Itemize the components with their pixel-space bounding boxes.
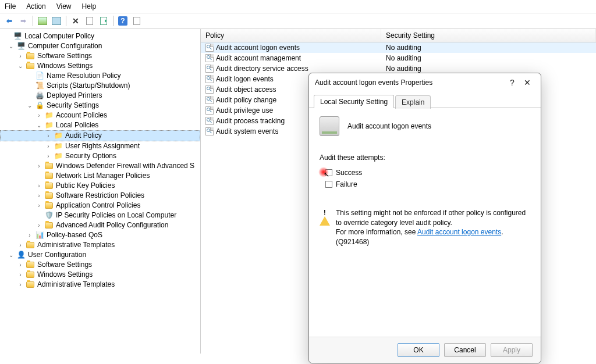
toolbar-separator [33, 16, 33, 26]
warning-text: This setting might not be enforced if ot… [336, 208, 530, 247]
tree-security-options[interactable]: ›📁Security Options [0, 151, 200, 161]
policy-icon [320, 116, 339, 136]
tree-panel: ▸🖥️Local Computer Policy ⌄🖥️Computer Con… [0, 29, 201, 354]
tab-local-security[interactable]: Local Security Setting [314, 95, 394, 108]
tree-audit-policy[interactable]: ›📁Audit Policy [0, 130, 200, 141]
tree-label: IP Security Policies on Local Computer [56, 210, 176, 220]
delete-icon[interactable]: ✕ [70, 15, 81, 27]
properties-icon[interactable] [84, 15, 95, 27]
up-icon[interactable] [37, 15, 48, 27]
menu-file[interactable]: File [5, 2, 16, 10]
tree-root[interactable]: ▸🖥️Local Computer Policy [0, 31, 200, 41]
warning-link[interactable]: Audit account logon events [417, 228, 501, 236]
tree-root-label: Local Computer Policy [24, 31, 94, 41]
back-icon[interactable]: ⬅ [3, 15, 15, 27]
policy-icon [205, 106, 214, 115]
tree-u-sw[interactable]: ›Software Settings [0, 260, 200, 270]
tree-u-win[interactable]: ›Windows Settings [0, 270, 200, 280]
tree-label: Software Settings [37, 51, 92, 61]
col-setting[interactable]: Security Setting [381, 29, 596, 42]
properties-dialog: Audit account logon events Properties ? … [308, 73, 541, 363]
tree-swrestrict[interactable]: ›Software Restriction Policies [0, 191, 200, 201]
tree-firewall[interactable]: ›Windows Defender Firewall with Advanced… [0, 161, 200, 171]
col-policy[interactable]: Policy [201, 29, 381, 42]
tree-u-adm[interactable]: ›Administrative Templates [0, 280, 200, 290]
tree-label: Scripts (Startup/Shutdown) [47, 81, 130, 91]
tree-netlist[interactable]: ›Network List Manager Policies [0, 171, 200, 181]
show-hide-icon[interactable] [51, 15, 62, 27]
tree-label: Advanced Audit Policy Configuration [56, 220, 168, 230]
tree-label: Account Policies [56, 110, 107, 120]
apply-button[interactable]: Apply [491, 343, 533, 357]
policy-cell: Audit process tracking [216, 117, 285, 125]
policy-icon [205, 85, 214, 94]
menu-bar: File Action View Help [0, 0, 596, 13]
policy-cell: Audit logon events [216, 75, 274, 83]
toolbar-separator [66, 16, 66, 26]
policy-icon [205, 127, 214, 135]
cursor-icon: ↖ [324, 170, 329, 179]
tree-appctrl[interactable]: ›Application Control Policies [0, 201, 200, 210]
export-icon[interactable] [98, 15, 109, 27]
list-header: Policy Security Setting [201, 29, 596, 42]
tree-label: Software Restriction Policies [56, 191, 144, 201]
tree-printers[interactable]: ›🖨️Deployed Printers [0, 91, 200, 101]
policy-name: Audit account logon events [347, 122, 431, 130]
policy-icon [205, 54, 214, 62]
tree-advaudit[interactable]: ›Advanced Audit Policy Configuration [0, 220, 200, 230]
setting-cell: No auditing [381, 53, 596, 63]
tree-label: Audit Policy [65, 131, 102, 141]
tree-security-settings[interactable]: ⌄🔒Security Settings [0, 101, 200, 110]
close-button[interactable]: ✕ [520, 78, 535, 87]
checkbox-failure-label: Failure [336, 180, 357, 188]
tree-label: Security Settings [47, 101, 99, 110]
tree-scripts[interactable]: ›📜Scripts (Startup/Shutdown) [0, 81, 200, 91]
policy-icon [205, 44, 214, 52]
help-icon[interactable]: ? [117, 15, 129, 27]
tree-computer-config[interactable]: ⌄🖥️Computer Configuration [0, 41, 200, 51]
tree-label: Windows Settings [37, 270, 93, 280]
dialog-titlebar: Audit account logon events Properties ? … [309, 73, 541, 92]
list-row[interactable]: Audit account logon eventsNo auditing [201, 42, 596, 53]
menu-help[interactable]: Help [82, 2, 97, 10]
attempts-label: Audit these attempts: [320, 154, 530, 162]
tree-account-policies[interactable]: ›📁Account Policies [0, 110, 200, 120]
tree-label: User Rights Assignment [65, 141, 140, 151]
tree-name-resolution[interactable]: ›📄Name Resolution Policy [0, 71, 200, 81]
tree-label: Windows Defender Firewall with Advanced … [56, 161, 194, 171]
menu-view[interactable]: View [56, 2, 72, 10]
tree-label: Local Policies [56, 120, 98, 130]
tree-label: Computer Configuration [28, 41, 102, 51]
dialog-tabs: Local Security Setting Explain [309, 94, 541, 108]
tree-label: Name Resolution Policy [47, 71, 120, 81]
tree-pubkey[interactable]: ›Public Key Policies [0, 181, 200, 191]
forward-icon[interactable]: ➡ [17, 15, 29, 27]
ok-button[interactable]: OK [398, 343, 439, 357]
tree-admtmpl[interactable]: ›Administrative Templates [0, 240, 200, 250]
tree-local-policies[interactable]: ⌄📁Local Policies [0, 120, 200, 130]
tree-qos[interactable]: ›📊Policy-based QoS [0, 230, 200, 240]
dialog-title: Audit account logon events Properties [315, 78, 505, 87]
checkbox-failure[interactable] [325, 181, 332, 188]
policy-cell: Audit privilege use [216, 106, 273, 115]
help-button[interactable]: ? [505, 78, 520, 87]
cancel-button[interactable]: Cancel [444, 343, 486, 357]
tab-explain[interactable]: Explain [395, 95, 431, 109]
tree-windows-settings[interactable]: ⌄Windows Settings [0, 61, 200, 71]
menu-action[interactable]: Action [26, 2, 45, 10]
toolbar: ⬅ ➡ ✕ ? [0, 13, 596, 29]
tree-user-rights[interactable]: ›📁User Rights Assignment [0, 141, 200, 151]
policy-cell: Audit account management [216, 54, 301, 62]
extra-icon[interactable] [131, 15, 143, 27]
tree-ipsec[interactable]: ›🛡️IP Security Policies on Local Compute… [0, 210, 200, 220]
tree-software-settings[interactable]: ›Software Settings [0, 51, 200, 61]
policy-icon [205, 96, 214, 104]
warning-icon [320, 208, 330, 219]
dialog-buttons: OK Cancel Apply [309, 337, 541, 363]
tree-user-config[interactable]: ⌄👤User Configuration [0, 250, 200, 260]
policy-cell: Audit object access [216, 85, 276, 94]
tree-label: Administrative Templates [37, 280, 115, 290]
policy-cell: Audit directory service access [216, 65, 308, 73]
tree-label: User Configuration [28, 250, 86, 260]
list-row[interactable]: Audit account managementNo auditing [201, 53, 596, 63]
